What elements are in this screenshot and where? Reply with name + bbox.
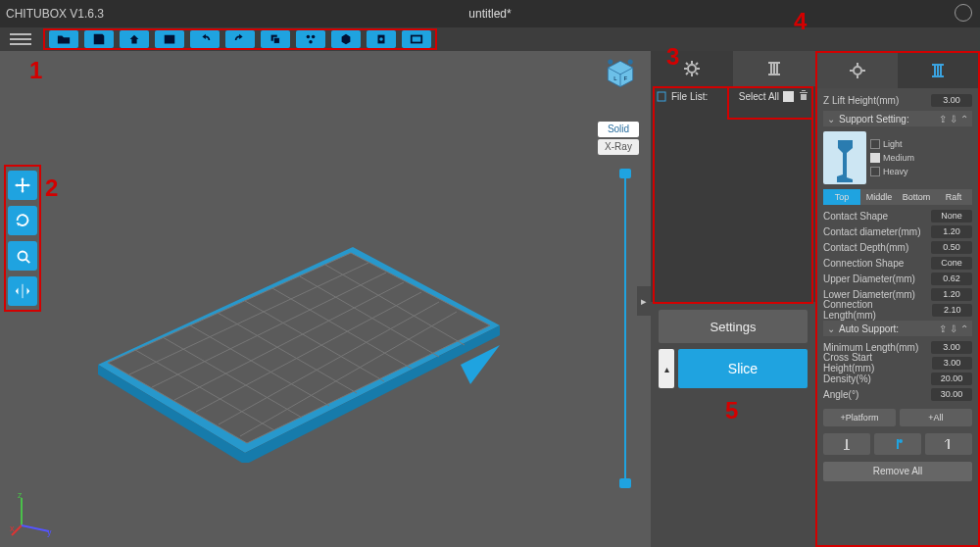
svg-line-26 [219, 302, 439, 424]
param-auto-field-0[interactable]: 3.00 [931, 341, 972, 354]
heavy-checkbox[interactable] [870, 167, 880, 176]
medium-checkbox[interactable] [870, 153, 880, 163]
svg-line-35 [272, 288, 412, 369]
light-label: Light [883, 139, 903, 149]
svg-line-33 [218, 313, 357, 393]
scale-tool[interactable] [8, 241, 37, 271]
gear-icon [682, 59, 702, 78]
param-top-label-5: Lower Diameter(mm) [823, 289, 915, 300]
param-top-field-2[interactable]: 0.50 [931, 241, 972, 254]
annotation-5: 5 [725, 397, 738, 424]
dig-hole-button[interactable] [367, 30, 396, 48]
document-title: untitled* [468, 7, 511, 21]
seg-top[interactable]: Top [823, 189, 860, 205]
svg-line-30 [135, 350, 274, 430]
hamburger-menu-icon[interactable] [10, 30, 31, 48]
annotation-4: 4 [794, 8, 807, 35]
remove-all-button[interactable]: Remove All [823, 462, 972, 481]
file-list-body[interactable] [651, 106, 815, 302]
param-auto-label-1: Cross Start Height(mm) [823, 352, 924, 373]
xray-mode[interactable]: X-Ray [598, 139, 639, 155]
export-icon[interactable]: ⇪ [939, 114, 947, 124]
import-icon[interactable]: ⇩ [950, 323, 957, 334]
svg-text:x: x [10, 523, 15, 533]
slice-button[interactable]: Slice [678, 349, 808, 388]
svg-line-43 [22, 525, 49, 531]
tab-settings-2[interactable] [817, 53, 898, 88]
settings-button[interactable]: Settings [659, 310, 808, 343]
tab-settings[interactable] [651, 51, 733, 86]
axes-gizmo: z x y [10, 492, 55, 537]
open-button[interactable] [49, 30, 78, 48]
solid-mode[interactable]: Solid [598, 122, 639, 137]
view-cube[interactable]: L F [604, 57, 637, 90]
add-support-tool[interactable] [823, 433, 870, 455]
seg-raft[interactable]: Raft [935, 189, 972, 205]
heavy-label: Heavy [883, 167, 908, 176]
expand-button[interactable] [402, 30, 431, 48]
edit-support-tool[interactable] [925, 433, 972, 455]
tab-support[interactable] [733, 51, 815, 86]
move-tool[interactable] [8, 171, 37, 200]
svg-line-23 [152, 273, 386, 387]
param-auto-field-2[interactable]: 20.00 [931, 373, 972, 385]
svg-point-8 [19, 252, 27, 261]
undo-button[interactable] [190, 30, 220, 48]
slice-dropdown[interactable]: ▴ [659, 349, 674, 388]
platform-button[interactable]: +Platform [823, 409, 896, 426]
svg-rect-59 [844, 449, 850, 450]
param-auto-field-3[interactable]: 30.00 [931, 388, 972, 401]
param-top-field-6[interactable]: 2.10 [932, 304, 972, 317]
viewport-3d[interactable]: L F Solid X-Ray [0, 51, 651, 547]
svg-rect-47 [770, 64, 772, 74]
save-button[interactable] [84, 30, 114, 48]
auto-support-header[interactable]: ⌄ Auto Support: ⇪ ⇩ ⌃ [823, 321, 972, 336]
project-button[interactable] [120, 30, 149, 48]
light-checkbox[interactable] [870, 139, 880, 149]
import-icon[interactable]: ⇩ [950, 114, 957, 124]
param-auto-field-1[interactable]: 3.00 [932, 357, 972, 370]
expand-icon[interactable]: ⌃ [960, 114, 968, 124]
svg-point-6 [379, 37, 383, 41]
export-icon[interactable]: ⇪ [939, 323, 947, 334]
select-all-checkbox[interactable] [783, 91, 794, 102]
svg-rect-53 [932, 64, 944, 66]
expand-icon[interactable]: ⌃ [960, 323, 968, 334]
import-button[interactable] [155, 30, 184, 48]
collapse-panel-button[interactable]: ▸ [637, 286, 651, 316]
hollow-button[interactable] [331, 30, 361, 48]
svg-marker-17 [108, 253, 490, 443]
svg-marker-20 [461, 345, 500, 384]
mirror-tool[interactable] [8, 276, 37, 306]
z-lift-field[interactable]: 3.00 [931, 94, 972, 107]
svg-rect-55 [937, 66, 939, 75]
svg-rect-7 [412, 36, 422, 43]
svg-line-31 [163, 337, 302, 418]
delete-button[interactable] [798, 89, 809, 103]
user-icon[interactable] [955, 4, 972, 22]
support-setting-header[interactable]: ⌄ Support Setting: ⇪ ⇩ ⌃ [823, 111, 972, 126]
param-top-field-4[interactable]: 0.62 [931, 273, 972, 285]
tab-support-2[interactable] [898, 53, 978, 88]
param-auto-label-0: Minimum Length(mm) [823, 342, 918, 353]
rotate-tool[interactable] [8, 206, 37, 235]
param-top-field-1[interactable]: 1.20 [931, 225, 972, 238]
param-top-label-0: Contact Shape [823, 211, 888, 222]
slice-row: ▴ Slice [659, 349, 808, 388]
gear-icon [848, 61, 867, 80]
all-button[interactable]: +All [900, 409, 972, 426]
svg-rect-49 [776, 64, 778, 74]
z-slider[interactable] [621, 169, 629, 488]
auto-layout-button[interactable] [296, 30, 325, 48]
copy-button[interactable] [261, 30, 290, 48]
redo-button[interactable] [225, 30, 255, 48]
annotation-2: 2 [45, 174, 58, 202]
pillar-icon [764, 59, 784, 78]
seg-middle[interactable]: Middle [860, 189, 898, 205]
param-top-field-0[interactable]: None [931, 210, 972, 223]
param-top-field-3[interactable]: Cone [931, 257, 972, 270]
delete-support-tool[interactable] [874, 433, 921, 455]
param-top-label-6: Connection Length(mm) [823, 299, 924, 321]
param-top-field-5[interactable]: 1.20 [931, 288, 972, 301]
seg-bottom[interactable]: Bottom [898, 189, 935, 205]
